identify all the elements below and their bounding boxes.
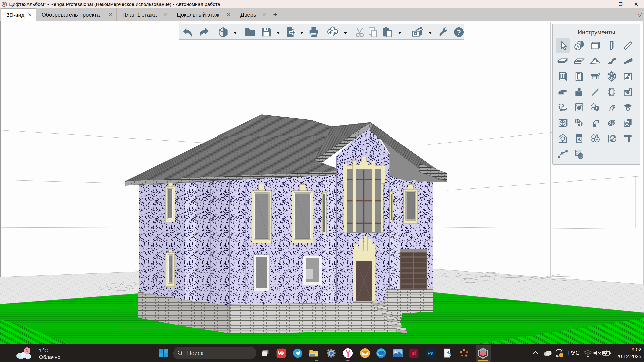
svg-text:?: ? — [457, 29, 461, 36]
svg-text:Id: Id — [411, 351, 416, 356]
svg-text:Ps: Ps — [427, 351, 433, 356]
svg-text:A: A — [576, 44, 580, 50]
